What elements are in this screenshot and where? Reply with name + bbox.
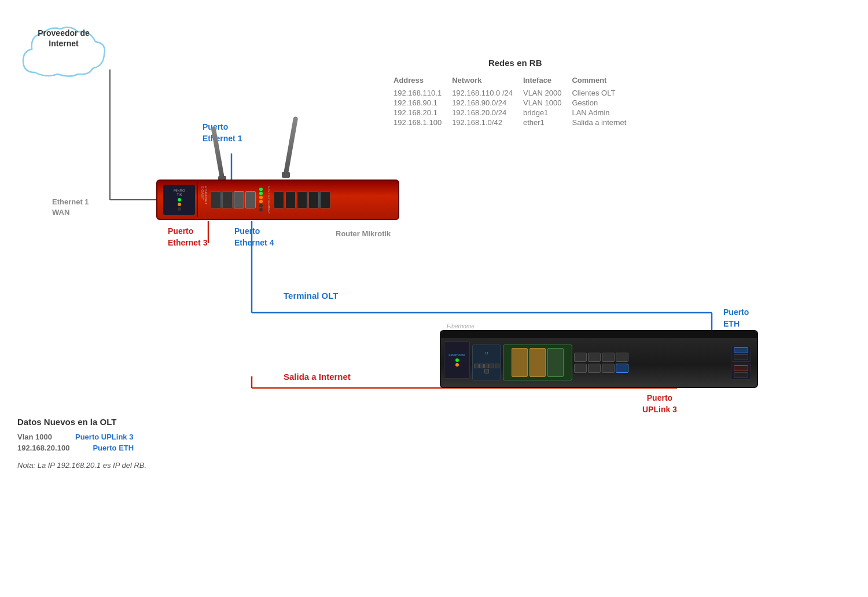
- router-mikrotik: MIKROTIK GIGABIT ETHERNET GIG: [156, 180, 399, 220]
- col-comment: Comment: [572, 75, 637, 88]
- puerto-uplink3-label: PuertoUPLink 3: [642, 393, 677, 415]
- table-row: 192.168.20.1 192.168.20.0/24 bridge1 LAN…: [393, 108, 637, 118]
- col-interface: Inteface: [523, 75, 572, 88]
- cloud-label-line2: Internet: [49, 39, 78, 48]
- ip-address-label: 192.168.20.100: [17, 444, 69, 452]
- olt-device: Fiberhome 11: [440, 330, 758, 388]
- ethernet1-wan-label: Ethernet 1WAN: [52, 197, 89, 218]
- antenna-base-right: [282, 172, 290, 178]
- puerto-eth-label: PuertoETH: [723, 307, 749, 329]
- table-row: 192.168.110.1 192.168.110.0 /24 VLAN 200…: [393, 88, 637, 98]
- table-row: 192.168.1.100 192.168.1.0/42 ether1 Sali…: [393, 118, 637, 127]
- puerto-ethernet4-label: PuertoEthernet 4: [234, 226, 274, 248]
- antenna-right: [284, 116, 298, 174]
- bottom-note: Nota: La IP 192.168.20.1 es IP del RB.: [17, 461, 146, 470]
- bottom-row-2: 192.168.20.100 Puerto ETH: [17, 444, 146, 452]
- col-network: Network: [452, 75, 523, 88]
- olt-brand: Fiberhome: [447, 323, 475, 329]
- network-table-area: Redes en RB Address Network Inteface Com…: [393, 58, 637, 127]
- salida-internet-label: Salida a Internet: [284, 371, 351, 383]
- bottom-data-section: Datos Nuevos en la OLT Vlan 1000 Puerto …: [17, 417, 146, 470]
- col-address: Address: [393, 75, 452, 88]
- table-title: Redes en RB: [393, 58, 637, 68]
- table-row: 192.168.90.1 192.168.90.0/24 VLAN 1000 G…: [393, 98, 637, 108]
- vlan-label: Vlan 1000: [17, 433, 52, 441]
- bottom-section-title: Datos Nuevos en la OLT: [17, 417, 146, 427]
- puerto-uplink3-data: Puerto UPLink 3: [75, 433, 133, 441]
- cloud-label: Proveedor de Internet: [17, 28, 110, 49]
- network-table: Address Network Inteface Comment 192.168…: [393, 75, 637, 127]
- bottom-row-1: Vlan 1000 Puerto UPLink 3: [17, 433, 146, 441]
- cloud-label-line1: Proveedor de: [38, 28, 89, 38]
- router-label: Router Mikrotik: [336, 229, 391, 239]
- puerto-ethernet3-label: PuertoEthernet 3: [168, 226, 207, 248]
- diagram-container: Proveedor de Internet Ethernet 1WAN Puer…: [0, 0, 868, 597]
- puerto-ethernet1-label: PuertoEthernet 1: [203, 122, 242, 144]
- terminal-olt-label: Terminal OLT: [284, 290, 338, 302]
- puerto-eth-data: Puerto ETH: [93, 444, 134, 452]
